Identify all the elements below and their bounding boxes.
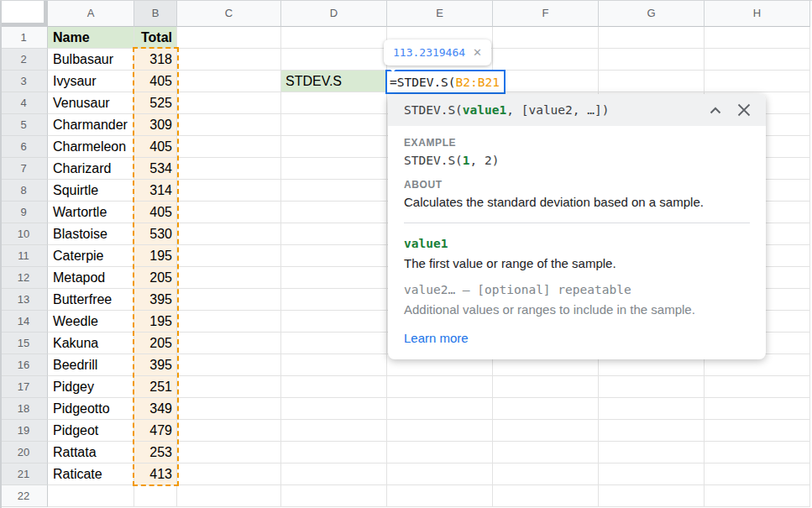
cell-B21[interactable]: 413: [134, 463, 177, 485]
cell-C1[interactable]: [177, 27, 281, 49]
row-header-2[interactable]: 2: [0, 49, 48, 71]
cell-D22[interactable]: [281, 485, 387, 507]
cell-C19[interactable]: [177, 420, 281, 442]
cell-F19[interactable]: [493, 420, 599, 442]
cell-C8[interactable]: [177, 180, 281, 202]
cell-C3[interactable]: [177, 71, 281, 92]
cell-D12[interactable]: [281, 267, 387, 289]
cell-A10[interactable]: Blastoise: [48, 223, 134, 245]
cell-F3[interactable]: [493, 71, 599, 92]
cell-G3[interactable]: [599, 71, 705, 92]
cell-B12[interactable]: 205: [134, 267, 177, 289]
row-header-18[interactable]: 18: [0, 398, 48, 420]
cell-B7[interactable]: 534: [134, 158, 177, 180]
column-header-B[interactable]: B: [134, 0, 177, 27]
cell-H2[interactable]: [705, 49, 810, 71]
cell-D8[interactable]: [281, 180, 387, 202]
cell-E22[interactable]: [387, 485, 493, 507]
cell-A2[interactable]: Bulbasaur: [48, 49, 134, 71]
cell-G1[interactable]: [599, 27, 705, 49]
row-header-8[interactable]: 8: [0, 180, 48, 202]
cell-B1[interactable]: Total: [134, 27, 177, 49]
cell-G22[interactable]: [599, 485, 705, 507]
cell-H17[interactable]: [705, 376, 810, 398]
row-header-13[interactable]: 13: [0, 289, 48, 311]
column-header-F[interactable]: F: [493, 0, 599, 27]
row-header-15[interactable]: 15: [0, 333, 48, 354]
cell-A6[interactable]: Charmeleon: [48, 136, 134, 158]
column-header-C[interactable]: C: [177, 0, 281, 27]
cell-B3[interactable]: 405: [134, 71, 177, 92]
cell-D10[interactable]: [281, 223, 387, 245]
collapse-chevron-icon[interactable]: [707, 102, 724, 118]
cell-C21[interactable]: [177, 463, 281, 485]
cell-A15[interactable]: Kakuna: [48, 333, 134, 354]
row-header-19[interactable]: 19: [0, 420, 48, 442]
cell-G20[interactable]: [599, 442, 705, 463]
cell-C7[interactable]: [177, 158, 281, 180]
cell-A4[interactable]: Venusaur: [48, 92, 134, 114]
cell-A20[interactable]: Rattata: [48, 442, 134, 463]
cell-A3[interactable]: Ivysaur: [48, 71, 134, 92]
cell-D5[interactable]: [281, 114, 387, 136]
cell-C20[interactable]: [177, 442, 281, 463]
row-header-3[interactable]: 3: [0, 71, 48, 92]
cell-B9[interactable]: 405: [134, 202, 177, 223]
row-header-22[interactable]: 22: [0, 485, 48, 507]
row-header-5[interactable]: 5: [0, 114, 48, 136]
cell-F2[interactable]: [493, 49, 599, 71]
cell-D21[interactable]: [281, 463, 387, 485]
row-header-11[interactable]: 11: [0, 245, 48, 267]
row-header-10[interactable]: 10: [0, 223, 48, 245]
column-header-G[interactable]: G: [599, 0, 705, 27]
cell-C2[interactable]: [177, 49, 281, 71]
row-header-17[interactable]: 17: [0, 376, 48, 398]
cell-D20[interactable]: [281, 442, 387, 463]
cell-D7[interactable]: [281, 158, 387, 180]
cell-G21[interactable]: [599, 463, 705, 485]
cell-B4[interactable]: 525: [134, 92, 177, 114]
cell-A1[interactable]: Name: [48, 27, 134, 49]
cell-A17[interactable]: Pidgey: [48, 376, 134, 398]
cell-C10[interactable]: [177, 223, 281, 245]
cell-F21[interactable]: [493, 463, 599, 485]
select-all-corner[interactable]: [0, 0, 48, 27]
cell-A18[interactable]: Pidgeotto: [48, 398, 134, 420]
cell-C11[interactable]: [177, 245, 281, 267]
cell-E21[interactable]: [387, 463, 493, 485]
cell-D16[interactable]: [281, 354, 387, 376]
cell-B2[interactable]: 318: [134, 49, 177, 71]
cell-D4[interactable]: [281, 92, 387, 114]
cell-B20[interactable]: 253: [134, 442, 177, 463]
cell-B11[interactable]: 195: [134, 245, 177, 267]
cell-E20[interactable]: [387, 442, 493, 463]
cell-C4[interactable]: [177, 92, 281, 114]
cell-B14[interactable]: 195: [134, 311, 177, 333]
cell-H22[interactable]: [705, 485, 810, 507]
cell-D13[interactable]: [281, 289, 387, 311]
row-header-4[interactable]: 4: [0, 92, 48, 114]
cell-B6[interactable]: 405: [134, 136, 177, 158]
cell-H21[interactable]: [705, 463, 810, 485]
cell-C22[interactable]: [177, 485, 281, 507]
row-header-1[interactable]: 1: [0, 27, 48, 49]
row-header-6[interactable]: 6: [0, 136, 48, 158]
cell-G17[interactable]: [599, 376, 705, 398]
cell-B17[interactable]: 251: [134, 376, 177, 398]
formula-edit-cell-e3[interactable]: =STDEV.S( B2:B21: [385, 70, 506, 94]
column-header-A[interactable]: A: [48, 0, 134, 27]
cell-C5[interactable]: [177, 114, 281, 136]
cell-E18[interactable]: [387, 398, 493, 420]
learn-more-link[interactable]: Learn more: [404, 330, 469, 346]
cell-D19[interactable]: [281, 420, 387, 442]
cell-A11[interactable]: Caterpie: [48, 245, 134, 267]
column-header-H[interactable]: H: [705, 0, 810, 27]
cell-B16[interactable]: 395: [134, 354, 177, 376]
column-header-E[interactable]: E: [387, 0, 493, 27]
row-header-7[interactable]: 7: [0, 158, 48, 180]
cell-F17[interactable]: [493, 376, 599, 398]
row-header-21[interactable]: 21: [0, 463, 48, 485]
cell-H1[interactable]: [705, 27, 810, 49]
cell-H3[interactable]: [705, 71, 810, 92]
cell-G2[interactable]: [599, 49, 705, 71]
